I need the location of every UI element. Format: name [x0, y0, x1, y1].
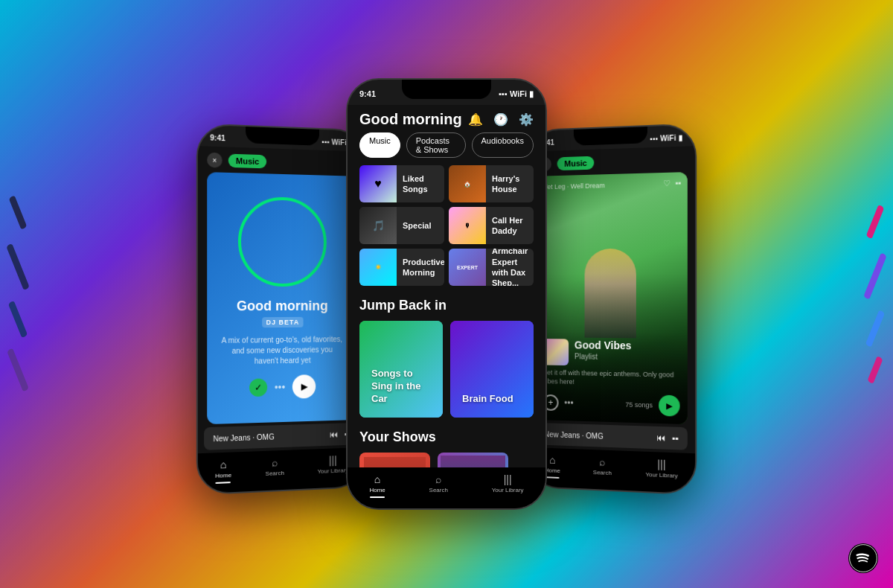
- left-now-playing[interactable]: New Jeans · OMG ⏮ ▪▪: [204, 423, 359, 450]
- right-nav-library-label: Your Library: [645, 471, 677, 479]
- tab-podcasts[interactable]: Podcasts & Shows: [406, 132, 466, 158]
- right-rewind-icon[interactable]: ⏮: [657, 432, 666, 444]
- center-nav-active: [370, 496, 385, 498]
- center-phone-notch: [402, 80, 491, 99]
- productive-morning-label: Productive Morning: [403, 257, 444, 278]
- dj-check-button[interactable]: ✓: [249, 378, 267, 397]
- song-count: 75 songs: [625, 401, 653, 409]
- right-home-icon: ⌂: [549, 454, 555, 466]
- card-bottom-overlay: Good Vibes Playlist Set it off with thes…: [536, 331, 688, 424]
- center-nav-home-label: Home: [369, 487, 385, 493]
- tab-music[interactable]: Music: [359, 132, 400, 158]
- list-item[interactable]: 🎙 Call Her Daddy: [449, 207, 534, 244]
- right-nav-active: [545, 476, 560, 479]
- card-play-button[interactable]: ▶: [659, 395, 680, 417]
- good-vibes-card[interactable]: Wet Leg · Well Dream ♡ ▪▪ Good Vibes: [536, 172, 688, 424]
- dj-circle: [238, 196, 327, 287]
- center-search-icon: ⌕: [435, 473, 441, 485]
- right-nav-library[interactable]: ||| Your Library: [645, 458, 677, 484]
- dj-play-button[interactable]: ▶: [292, 374, 316, 399]
- bars-icon: ▪▪: [676, 178, 682, 188]
- productive-morning-thumb: ☀️: [359, 249, 397, 286]
- right-phone-notch: [574, 127, 647, 146]
- card-description: Set it off with these epic anthems. Only…: [542, 368, 679, 389]
- playlist-grid: ♥ Liked Songs 🏠 Harry's House 🎵 Special: [359, 165, 534, 286]
- right-search-icon: ⌕: [599, 456, 605, 467]
- right-status-icons: ▪▪▪ WiFi ▮: [650, 133, 682, 143]
- rnb-show-card[interactable]: A SPOTIFY ORIGINAL R&B: [359, 453, 430, 467]
- center-phone-screen: Good morning 🔔 🕐 ⚙️ Music Podcasts & Sho…: [348, 105, 545, 508]
- right-music-filter[interactable]: Music: [557, 156, 595, 170]
- list-item[interactable]: 🎵 Special: [359, 207, 444, 244]
- settings-icon[interactable]: ⚙️: [519, 112, 534, 127]
- heart-icon[interactable]: ♡: [663, 179, 670, 188]
- card-top-icons: ♡ ▪▪: [663, 178, 681, 188]
- songs-car-label: Songs to Sing in the Car: [365, 362, 437, 412]
- right-nav-search-label: Search: [593, 469, 612, 476]
- alex-show-card[interactable]: A SPOTIFY EXCLUSIVE Alex Cooper: [438, 453, 508, 467]
- shows-row: A SPOTIFY ORIGINAL R&B A SPOTIFY EXCLUSI…: [359, 453, 534, 467]
- dj-greeting: Good morning: [237, 298, 328, 314]
- dj-more-button[interactable]: •••: [275, 381, 286, 393]
- bell-icon[interactable]: 🔔: [468, 112, 483, 127]
- dj-card: Good morning DJ BETA A mix of current go…: [207, 172, 356, 424]
- liked-songs-thumb: ♥: [359, 165, 397, 202]
- call-her-daddy-label: Call Her Daddy: [492, 215, 534, 237]
- brain-food-card[interactable]: Brain Food: [450, 321, 534, 418]
- harrys-house-thumb: 🏠: [449, 165, 486, 202]
- right-phone: 9:41 ▪▪▪ WiFi ▮ × Music: [527, 123, 697, 495]
- list-item[interactable]: EXPERT Armchair Expert with Dax Shep...: [449, 249, 534, 286]
- center-header: Good morning 🔔 🕐 ⚙️: [348, 105, 545, 132]
- left-music-filter[interactable]: Music: [228, 154, 267, 169]
- center-signal-icon: ▪▪▪: [499, 89, 508, 98]
- card-type-label: Playlist: [574, 353, 632, 362]
- signal-icon: ▪▪▪: [321, 137, 329, 145]
- center-scroll-area: ♥ Liked Songs 🏠 Harry's House 🎵 Special: [348, 165, 545, 467]
- right-now-playing-track: New Jeans · OMG: [544, 430, 656, 442]
- center-phone: 9:41 ▪▪▪ WiFi ▮ Good morning 🔔 🕐 ⚙️: [346, 78, 547, 510]
- left-nav-search[interactable]: ⌕ Search: [266, 456, 284, 482]
- center-nav-library[interactable]: ||| Your Library: [492, 473, 524, 498]
- right-bars-icon: ▪▪: [672, 433, 679, 444]
- clock-icon[interactable]: 🕐: [493, 112, 508, 127]
- right-now-playing[interactable]: New Jeans · OMG ⏮ ▪▪: [536, 423, 688, 450]
- center-library-icon: |||: [504, 473, 512, 485]
- left-phone-screen: × Music Good morning DJ BETA A mix of cu…: [198, 146, 365, 493]
- jump-back-title: Jump Back in: [359, 298, 534, 313]
- tab-audiobooks[interactable]: Audiobooks: [472, 132, 534, 158]
- left-phone: 9:41 ▪▪▪ WiFi ▮ × Music Good morni: [196, 123, 366, 495]
- your-shows-title: Your Shows: [359, 429, 534, 445]
- more-options-button[interactable]: •••: [564, 397, 573, 408]
- center-nav-library-label: Your Library: [492, 487, 524, 493]
- center-nav-home[interactable]: ⌂ Home: [369, 473, 385, 498]
- list-item[interactable]: ☀️ Productive Morning: [359, 249, 444, 286]
- center-phone-time: 9:41: [359, 89, 376, 98]
- rewind-icon[interactable]: ⏮: [330, 429, 339, 440]
- right-library-icon: |||: [657, 458, 665, 470]
- center-nav-search[interactable]: ⌕ Search: [429, 473, 448, 498]
- center-bottom-nav: ⌂ Home ⌕ Search ||| Your Library: [348, 467, 545, 508]
- songs-car-card[interactable]: Songs to Sing in the Car: [359, 321, 443, 418]
- left-phone-time: 9:41: [210, 133, 225, 142]
- right-nav-search[interactable]: ⌕ Search: [593, 456, 612, 481]
- left-nav-home[interactable]: ⌂ Home: [215, 458, 231, 484]
- wifi-icon: WiFi: [332, 138, 347, 147]
- call-her-daddy-thumb: 🎙: [449, 207, 486, 244]
- left-nav-library[interactable]: ||| Your Library: [318, 454, 348, 479]
- list-item[interactable]: ♥ Liked Songs: [359, 165, 444, 202]
- right-nav-home-label: Home: [545, 467, 560, 474]
- left-close-button[interactable]: ×: [207, 153, 222, 168]
- dj-badge: DJ BETA: [262, 317, 304, 327]
- center-tabs: Music Podcasts & Shows Audiobooks: [348, 132, 545, 165]
- right-nav-home[interactable]: ⌂ Home: [545, 454, 560, 479]
- search-icon: ⌕: [272, 456, 278, 468]
- center-battery-icon: ▮: [529, 89, 534, 99]
- phones-container: 9:41 ▪▪▪ WiFi ▮ × Music Good morni: [0, 0, 893, 588]
- spotify-logo: [848, 543, 878, 573]
- list-item[interactable]: 🏠 Harry's House: [449, 165, 534, 202]
- special-thumb: 🎵: [359, 207, 397, 244]
- card-controls: + ••• 75 songs ▶: [542, 392, 679, 417]
- card-track-info: Wet Leg · Well Dream: [541, 182, 604, 191]
- dj-description: A mix of current go-to's, old favorites,…: [220, 334, 345, 367]
- left-nav-search-label: Search: [266, 470, 284, 477]
